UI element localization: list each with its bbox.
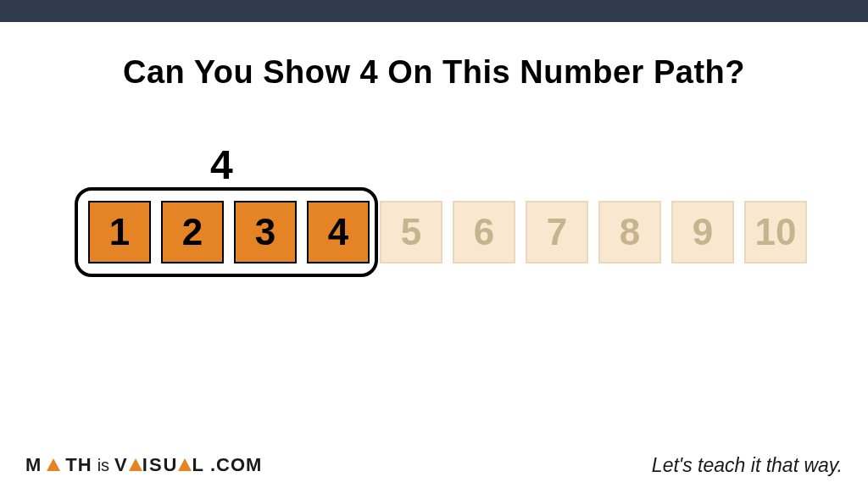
logo-text-is: is: [97, 456, 109, 475]
target-number-label: 4: [210, 141, 233, 188]
triangle-icon: [129, 458, 142, 471]
logo-text-dotcom: .COM: [210, 454, 262, 476]
tile-2: 2: [161, 201, 224, 263]
triangle-icon: [47, 458, 60, 471]
tile-4: 4: [307, 201, 370, 263]
tile-10: 10: [744, 201, 807, 263]
tile-8: 8: [598, 201, 661, 263]
tagline: Let's teach it that way.: [652, 454, 843, 477]
logo-text-m: M: [25, 454, 42, 476]
logo-text-l: L: [192, 454, 204, 475]
tile-1: 1: [88, 201, 151, 263]
tile-9: 9: [671, 201, 734, 263]
number-path: 1 2 3 4 5 6 7 8 9 10: [88, 201, 807, 263]
tile-5: 5: [380, 201, 442, 263]
tile-6: 6: [453, 201, 515, 263]
footer: MTH is VISUL.COM Let's teach it that way…: [0, 447, 868, 488]
page-title: Can You Show 4 On This Number Path?: [0, 54, 868, 91]
logo-text-isu: ISU: [142, 454, 179, 475]
tile-3: 3: [234, 201, 297, 263]
logo-text-th: TH: [65, 454, 92, 476]
top-bar: [0, 0, 868, 22]
site-logo: MTH is VISUL.COM: [25, 454, 262, 476]
triangle-icon: [178, 458, 192, 471]
logo-text-v: V: [114, 454, 129, 475]
tile-7: 7: [526, 201, 588, 263]
number-path-stage: 4 1 2 3 4 5 6 7 8 9 10: [0, 141, 868, 396]
